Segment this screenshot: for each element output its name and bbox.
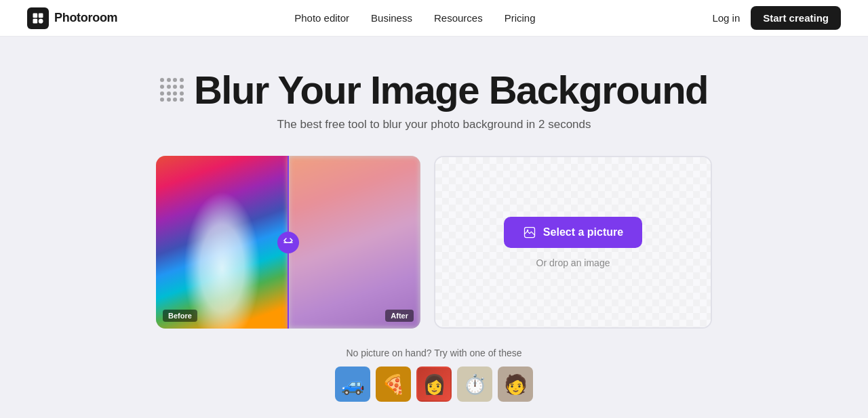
page-title: Blur Your Image Background — [194, 70, 708, 110]
svg-rect-2 — [33, 18, 38, 23]
nav-resources[interactable]: Resources — [434, 12, 483, 24]
nav-photo-editor[interactable]: Photo editor — [294, 12, 349, 24]
hero-title-area: Blur Your Image Background — [160, 70, 708, 110]
svg-rect-0 — [33, 13, 38, 18]
header-actions: Log in Start creating — [712, 6, 841, 30]
main-nav: Photo editor Business Resources Pricing — [294, 12, 535, 24]
nav-business[interactable]: Business — [371, 12, 412, 24]
after-image — [288, 156, 420, 329]
after-label: After — [385, 310, 414, 322]
divider-handle[interactable] — [277, 232, 299, 253]
sample-thumb-food[interactable] — [376, 367, 411, 402]
sample-thumb-car[interactable] — [335, 367, 370, 402]
drop-text: Or drop an image — [536, 257, 610, 268]
svg-rect-1 — [39, 13, 43, 18]
tool-area: Before After Select a picture Or drop an… — [156, 156, 712, 329]
hero-subtitle: The best free tool to blur your photo ba… — [277, 118, 591, 131]
sample-thumb-person[interactable] — [498, 367, 533, 402]
before-after-demo: Before After — [156, 156, 420, 329]
logo-text: Photoroom — [54, 11, 117, 25]
sample-thumb-person-red[interactable] — [416, 367, 452, 402]
sample-images-row — [335, 367, 533, 402]
sample-thumb-clock[interactable] — [457, 367, 492, 402]
sample-section: No picture on hand? Try with one of thes… — [335, 348, 533, 402]
select-picture-button[interactable]: Select a picture — [504, 217, 642, 248]
image-icon — [523, 226, 536, 239]
logo[interactable]: Photoroom — [27, 7, 117, 29]
before-image — [156, 156, 288, 329]
upload-area[interactable]: Select a picture Or drop an image — [434, 156, 712, 329]
sample-label: No picture on hand? Try with one of thes… — [346, 348, 521, 358]
login-button[interactable]: Log in — [712, 12, 740, 24]
nav-pricing[interactable]: Pricing — [505, 12, 536, 24]
dots-decoration-icon — [160, 78, 184, 102]
start-creating-button[interactable]: Start creating — [751, 6, 841, 30]
before-label: Before — [163, 310, 197, 322]
logo-icon — [27, 7, 49, 29]
